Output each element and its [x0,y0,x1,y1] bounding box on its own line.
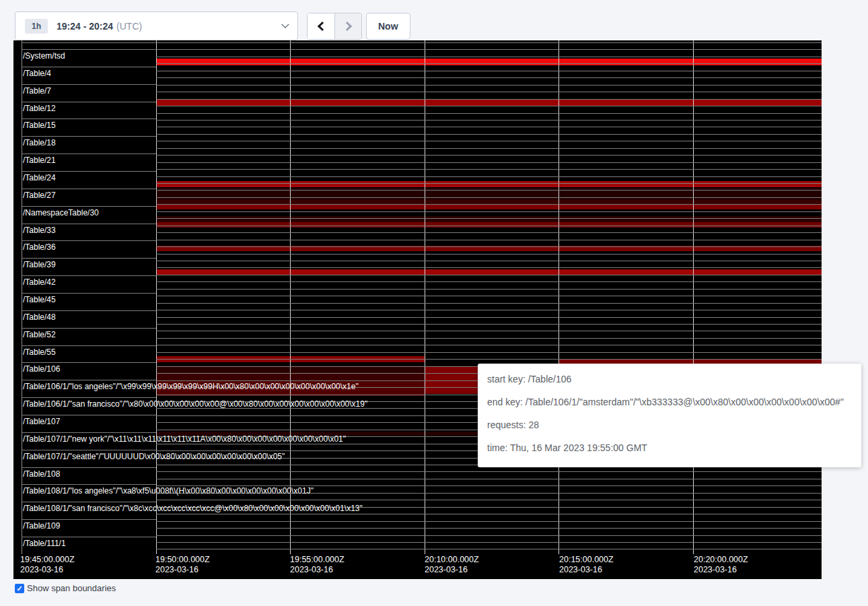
row-label: /Table/39 [23,261,56,269]
grid-line-horizontal [22,467,156,468]
grid-line-horizontal [156,246,822,247]
grid-line-horizontal [156,500,822,500]
x-axis-time: 19:55:00.000Z [290,555,345,565]
footer: ✓ Show span boundaries [15,583,116,593]
grid-line-horizontal [22,258,156,259]
grid-line-horizontal [22,102,156,102]
grid-line-horizontal [156,261,822,261]
grid-line-horizontal [156,42,822,43]
grid-line-horizontal [156,92,822,92]
grid-line-horizontal [156,528,822,529]
grid-line-horizontal [156,310,822,310]
grid-line-horizontal [22,171,156,172]
grid-line-horizontal [156,542,822,543]
grid-line-horizontal [156,134,822,135]
time-range-select[interactable]: 1h 19:24 - 20:24 (UTC) [15,11,298,40]
checkbox-label: Show span boundaries [27,583,116,593]
grid-line-horizontal [156,162,822,163]
grid-line-horizontal [156,352,822,353]
grid-line-vertical [290,40,291,554]
grid-line-horizontal [156,331,822,331]
grid-line-horizontal [156,85,822,86]
grid-line-horizontal [156,296,822,296]
grid-line-horizontal [156,289,822,290]
row-label: /Table/27 [23,191,56,199]
row-label: /Table/109 [23,522,60,530]
row-label: /Table/24 [23,174,56,182]
tooltip-end-key: end key: /Table/106/1/"amsterdam"/"\xb33… [487,391,861,413]
grid-line-horizontal [156,317,822,318]
grid-line-horizontal [156,71,822,71]
tooltip-time: time: Thu, 16 Mar 2023 19:55:00 GMT [487,436,861,459]
grid-line-horizontal [156,338,822,339]
x-axis-label: 20:15:00.000Z2023-03-16 [559,555,614,575]
grid-line-horizontal [22,502,156,502]
prev-time-button[interactable] [308,13,334,39]
grid-line-horizontal [22,310,156,311]
x-axis-label: 20:20:00.000Z2023-03-16 [694,555,748,575]
grid-line-horizontal [22,275,156,276]
chevron-right-icon [342,22,351,31]
x-axis-time: 19:45:00.000Z [20,555,75,565]
row-label: /Table/108 [23,470,60,478]
grid-line-horizontal [156,549,822,549]
heatmap[interactable]: /System/tsd/Table/4/Table/7/Table/12/Tab… [13,40,822,579]
grid-line-horizontal [22,362,156,363]
grid-line-horizontal [156,254,822,255]
grid-line-horizontal [156,148,822,149]
x-axis-date: 2023-03-16 [425,565,479,575]
grid-line-horizontal [156,303,822,304]
grid-line-horizontal [156,176,822,177]
heat-band [156,181,822,187]
tooltip-requests: requests: 28 [487,413,861,436]
row-label: /Table/12 [23,104,56,112]
grid-line-horizontal [156,77,822,78]
grid-line-horizontal [156,57,822,57]
grid-line-horizontal [156,49,822,50]
row-label: /Table/107 [23,417,60,426]
grid-line-horizontal [156,218,822,219]
row-label: /System/tsd [23,52,65,60]
row-label: /Table/33 [23,226,56,234]
row-label: /Table/21 [23,156,56,164]
tooltip-start-key: start key: /Table/106 [487,368,861,391]
grid-line-horizontal [156,204,822,205]
x-axis-time: 20:10:00.000Z [425,555,479,565]
grid-line-vertical [693,40,694,554]
row-label: /NamespaceTable/30 [23,209,99,217]
timezone-label: (UTC) [116,21,142,32]
grid-line-horizontal [156,359,822,360]
grid-line-horizontal [22,345,156,346]
grid-line-horizontal [156,106,822,106]
grid-line-horizontal [156,514,822,514]
grid-line-horizontal [156,267,822,268]
grid-line-horizontal [22,119,156,119]
row-label: /Table/111/1 [23,539,66,547]
now-button[interactable]: Now [366,13,410,40]
grid-line-horizontal [22,484,156,485]
x-axis-date: 2023-03-16 [155,565,210,575]
show-span-boundaries-checkbox[interactable]: ✓ [15,584,24,593]
grid-line-horizontal [156,345,822,345]
grid-line-horizontal [22,189,156,189]
row-label: /Table/45 [23,296,56,304]
grid-line-vertical [156,40,157,554]
grid-line-horizontal [22,224,156,224]
x-axis-date: 2023-03-16 [20,565,75,575]
x-axis-date: 2023-03-16 [694,565,748,575]
grid-line-horizontal [156,120,822,121]
grid-line-horizontal [156,141,822,141]
grid-line-horizontal [22,537,156,537]
row-label: /Table/18 [23,139,56,147]
x-axis-label: 20:10:00.000Z2023-03-16 [425,555,479,575]
grid-line-horizontal [156,275,822,275]
x-axis-label: 19:45:00.000Z2023-03-16 [20,555,75,575]
grid-line-horizontal [156,535,822,536]
row-label: /Table/55 [23,348,56,356]
grid-line-horizontal [156,169,822,170]
grid-line-horizontal [22,49,156,50]
x-axis-time: 20:15:00.000Z [559,555,614,565]
next-time-button[interactable] [334,13,361,39]
grid-line-horizontal [156,63,822,64]
row-label: /Table/106 [23,365,60,373]
